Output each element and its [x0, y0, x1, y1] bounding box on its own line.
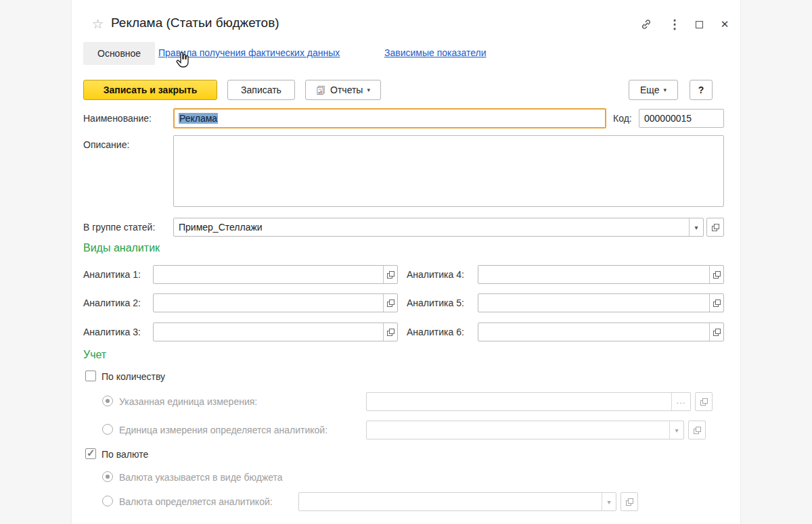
unit-fixed-ellipsis-button[interactable]: ...	[671, 393, 690, 410]
report-sheet-icon	[316, 85, 326, 95]
by-currency-label[interactable]: По валюте	[102, 449, 148, 460]
analytics-3-input[interactable]	[153, 323, 398, 341]
group-field-row: В группе статей: Пример_Стеллажи ▾	[72, 218, 740, 237]
unit-fixed-radio[interactable]	[102, 396, 113, 406]
by-currency-checkbox[interactable]	[85, 448, 96, 459]
analytics-6-input[interactable]	[478, 323, 724, 341]
help-button[interactable]: ?	[690, 80, 713, 100]
currency-by-analytics-dropdown-icon[interactable]: ▾	[602, 493, 616, 510]
choose-icon	[713, 271, 721, 279]
description-textarea[interactable]	[173, 135, 724, 207]
analytics-3-choose-icon[interactable]	[383, 323, 397, 341]
choose-icon	[713, 329, 721, 336]
analytics-6-choose-icon[interactable]	[709, 323, 723, 341]
unit-by-analytics-radio[interactable]	[102, 424, 113, 435]
currency-in-budget-label[interactable]: Валюта указывается в виде бюджета	[119, 472, 283, 483]
analytics-1-choose-icon[interactable]	[383, 266, 397, 283]
analytics-6-label: Аналитика 6:	[407, 327, 464, 337]
by-quantity-label[interactable]: По количеству	[102, 371, 165, 382]
unit-by-analytics-input[interactable]: ▾	[366, 421, 684, 439]
maximize-square	[696, 21, 703, 28]
save-button[interactable]: Записать	[227, 80, 295, 100]
get-link-icon[interactable]	[639, 17, 654, 32]
currency-by-analytics-radio[interactable]	[102, 496, 113, 506]
more-button[interactable]: Еще ▾	[629, 80, 678, 100]
analytics-4-label: Аналитика 4:	[407, 269, 464, 280]
currency-in-budget-row: Валюта указывается в виде бюджета	[72, 471, 740, 484]
analytics-2-choose-icon[interactable]	[383, 294, 397, 312]
group-dropdown-icon[interactable]: ▾	[689, 218, 703, 236]
analytics-section-header: Виды аналитик	[83, 242, 160, 254]
analytics-5-label: Аналитика 5:	[407, 297, 464, 308]
unit-fixed-value	[367, 393, 671, 410]
nav-bar: Основное Правила получения фактических д…	[72, 42, 740, 65]
chevron-down-icon: ▾	[367, 87, 370, 93]
currency-by-analytics-value	[299, 493, 602, 510]
currency-by-analytics-input[interactable]: ▾	[298, 492, 616, 511]
choose-icon	[700, 398, 708, 406]
choose-icon	[712, 224, 719, 231]
analytics-2-value	[154, 294, 383, 312]
group-label: В группе статей:	[83, 222, 155, 233]
close-icon[interactable]: ✕	[717, 17, 732, 32]
choose-icon	[387, 329, 394, 336]
by-quantity-row: По количеству	[72, 370, 740, 383]
choose-icon	[626, 498, 633, 506]
save-and-close-button[interactable]: Записать и закрыть	[83, 80, 217, 100]
analytics-1-value	[154, 266, 383, 283]
analytics-4-input[interactable]	[478, 265, 724, 284]
currency-by-analytics-choose-button[interactable]	[621, 492, 638, 511]
choose-icon	[694, 427, 701, 434]
unit-fixed-label[interactable]: Указанная единица измерения:	[119, 396, 257, 407]
group-input-value: Пример_Стеллажи	[174, 218, 689, 236]
currency-by-analytics-label[interactable]: Валюта определяется аналитикой:	[119, 496, 273, 507]
analytics-1-input[interactable]	[153, 265, 398, 284]
code-input[interactable]: 000000015	[639, 109, 724, 128]
analytics-4-choose-icon[interactable]	[709, 266, 723, 283]
unit-by-analytics-label[interactable]: Единица измерения определяется аналитико…	[119, 425, 328, 435]
group-choose-button[interactable]	[706, 218, 724, 237]
unit-fixed-choose-button[interactable]	[695, 392, 713, 411]
accounting-section-header: Учет	[83, 349, 106, 361]
analytics-2-input[interactable]	[153, 293, 398, 312]
analytics-2-label: Аналитика 2:	[83, 297, 141, 308]
unit-by-analytics-choose-button[interactable]	[688, 421, 706, 439]
analytics-6-value	[478, 323, 709, 341]
choose-icon	[387, 300, 394, 307]
analytics-5-choose-icon[interactable]	[709, 294, 723, 312]
reports-button[interactable]: Отчеты ▾	[305, 80, 381, 100]
chevron-down-icon: ▾	[663, 87, 667, 93]
analytics-5-input[interactable]	[478, 293, 724, 312]
more-menu-icon[interactable]: ⋮	[667, 17, 682, 32]
analytics-row-3: Аналитика 3: Аналитика 6:	[72, 323, 740, 341]
tab-main[interactable]: Основное	[83, 42, 155, 65]
favorite-star-icon[interactable]: ☆	[92, 16, 104, 32]
by-quantity-checkbox[interactable]	[85, 371, 96, 381]
unit-by-analytics-dropdown-icon[interactable]: ▾	[669, 421, 683, 439]
group-input[interactable]: Пример_Стеллажи ▾	[173, 218, 704, 237]
code-label: Код:	[613, 113, 632, 124]
analytics-5-value	[478, 294, 709, 312]
maximize-icon[interactable]	[692, 17, 706, 32]
analytics-row-2: Аналитика 2: Аналитика 5:	[72, 293, 740, 312]
analytics-4-value	[478, 266, 709, 283]
currency-in-budget-radio[interactable]	[102, 471, 113, 482]
nav-link-fact-data-rules[interactable]: Правила получения фактических данных	[158, 47, 340, 58]
window-title: Реклама (Статьи бюджетов)	[111, 16, 279, 30]
unit-fixed-input[interactable]: ...	[366, 392, 691, 411]
name-input[interactable]: Реклама	[173, 108, 606, 128]
by-currency-row: По валюте	[72, 448, 740, 461]
name-input-selected-text: Реклама	[179, 113, 218, 124]
unit-by-analytics-row: Единица измерения определяется аналитико…	[72, 421, 740, 439]
analytics-3-label: Аналитика 3:	[83, 327, 141, 337]
nav-link-dependent-indicators[interactable]: Зависимые показатели	[384, 47, 487, 58]
code-input-value: 000000015	[639, 110, 723, 127]
app-window: ☆ Реклама (Статьи бюджетов) ⋮ ✕ Основное…	[71, 0, 741, 524]
toolbar: Записать и закрыть Записать Отчеты ▾ Еще…	[72, 80, 740, 100]
reports-button-label: Отчеты	[330, 85, 363, 95]
more-button-label: Еще	[640, 85, 660, 95]
unit-fixed-row: Указанная единица измерения: ...	[72, 392, 740, 411]
description-label: Описание:	[83, 139, 129, 150]
choose-icon	[713, 300, 721, 307]
title-bar: ☆ Реклама (Статьи бюджетов) ⋮ ✕	[72, 11, 740, 35]
